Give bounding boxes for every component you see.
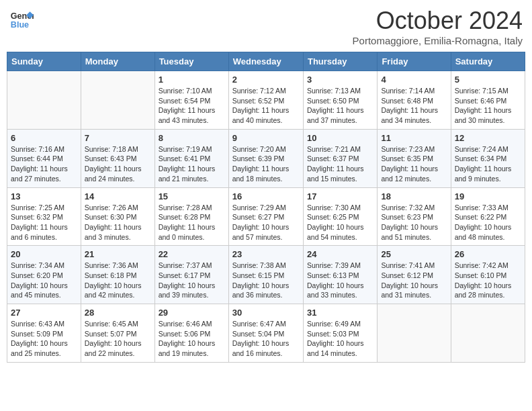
day-number: 23 (232, 249, 300, 259)
day-info: Sunrise: 7:18 AM Sunset: 6:43 PM Dayligh… (85, 144, 151, 184)
day-header-monday: Monday (81, 52, 154, 71)
title-block: October 2024 Portomaggiore, Emilia-Romag… (353, 7, 523, 46)
day-header-wednesday: Wednesday (228, 52, 303, 71)
calendar-week-row: 27Sunrise: 6:43 AM Sunset: 5:09 PM Dayli… (7, 304, 525, 363)
day-info: Sunrise: 7:10 AM Sunset: 6:54 PM Dayligh… (159, 86, 225, 126)
day-info: Sunrise: 7:33 AM Sunset: 6:22 PM Dayligh… (455, 203, 521, 242)
day-number: 8 (159, 133, 225, 143)
day-number: 24 (307, 249, 373, 259)
day-number: 21 (85, 249, 151, 259)
day-info: Sunrise: 7:37 AM Sunset: 6:17 PM Dayligh… (159, 261, 225, 300)
day-number: 26 (455, 249, 521, 259)
calendar-cell: 14Sunrise: 7:26 AM Sunset: 6:30 PM Dayli… (81, 187, 154, 246)
day-info: Sunrise: 7:14 AM Sunset: 6:48 PM Dayligh… (381, 86, 447, 126)
day-info: Sunrise: 7:32 AM Sunset: 6:23 PM Dayligh… (381, 203, 447, 242)
day-info: Sunrise: 6:43 AM Sunset: 5:09 PM Dayligh… (11, 319, 77, 359)
calendar-cell: 23Sunrise: 7:38 AM Sunset: 6:15 PM Dayli… (228, 246, 303, 304)
calendar-cell: 27Sunrise: 6:43 AM Sunset: 5:09 PM Dayli… (7, 304, 81, 363)
day-info: Sunrise: 7:21 AM Sunset: 6:37 PM Dayligh… (307, 144, 373, 184)
day-number: 6 (11, 133, 77, 143)
calendar-cell: 31Sunrise: 6:49 AM Sunset: 5:03 PM Dayli… (303, 304, 377, 363)
calendar-cell (451, 304, 525, 363)
calendar-cell: 19Sunrise: 7:33 AM Sunset: 6:22 PM Dayli… (451, 187, 525, 246)
day-info: Sunrise: 7:29 AM Sunset: 6:27 PM Dayligh… (232, 203, 300, 242)
day-number: 30 (232, 308, 300, 318)
header: General Blue October 2024 Portomaggiore,… (7, 7, 525, 46)
calendar-cell (81, 71, 154, 130)
day-info: Sunrise: 7:12 AM Sunset: 6:52 PM Dayligh… (232, 86, 300, 126)
calendar-cell: 26Sunrise: 7:42 AM Sunset: 6:10 PM Dayli… (451, 246, 525, 304)
calendar-cell: 25Sunrise: 7:41 AM Sunset: 6:12 PM Dayli… (378, 246, 451, 304)
day-info: Sunrise: 7:39 AM Sunset: 6:13 PM Dayligh… (307, 261, 373, 300)
calendar-cell: 3Sunrise: 7:13 AM Sunset: 6:50 PM Daylig… (303, 71, 377, 130)
calendar-cell: 5Sunrise: 7:15 AM Sunset: 6:46 PM Daylig… (451, 71, 525, 130)
day-number: 17 (307, 191, 373, 201)
day-header-saturday: Saturday (451, 52, 525, 71)
calendar-cell: 1Sunrise: 7:10 AM Sunset: 6:54 PM Daylig… (154, 71, 228, 130)
day-info: Sunrise: 7:38 AM Sunset: 6:15 PM Dayligh… (232, 261, 300, 300)
day-number: 11 (381, 133, 447, 143)
calendar-week-row: 6Sunrise: 7:16 AM Sunset: 6:44 PM Daylig… (7, 129, 525, 187)
day-info: Sunrise: 7:41 AM Sunset: 6:12 PM Dayligh… (381, 261, 447, 300)
day-number: 7 (85, 133, 151, 143)
calendar-cell: 29Sunrise: 6:46 AM Sunset: 5:06 PM Dayli… (154, 304, 228, 363)
calendar-cell: 8Sunrise: 7:19 AM Sunset: 6:41 PM Daylig… (154, 129, 228, 187)
calendar-week-row: 20Sunrise: 7:34 AM Sunset: 6:20 PM Dayli… (7, 246, 525, 304)
day-number: 3 (307, 75, 373, 85)
day-number: 19 (455, 191, 521, 201)
calendar-cell: 6Sunrise: 7:16 AM Sunset: 6:44 PM Daylig… (7, 129, 81, 187)
calendar-cell: 21Sunrise: 7:36 AM Sunset: 6:18 PM Dayli… (81, 246, 154, 304)
day-number: 29 (159, 308, 225, 318)
day-info: Sunrise: 7:20 AM Sunset: 6:39 PM Dayligh… (232, 144, 300, 184)
day-number: 25 (381, 249, 447, 259)
day-info: Sunrise: 7:36 AM Sunset: 6:18 PM Dayligh… (85, 261, 151, 300)
day-info: Sunrise: 7:34 AM Sunset: 6:20 PM Dayligh… (11, 261, 77, 300)
day-number: 9 (232, 133, 300, 143)
calendar-cell: 22Sunrise: 7:37 AM Sunset: 6:17 PM Dayli… (154, 246, 228, 304)
day-info: Sunrise: 7:30 AM Sunset: 6:25 PM Dayligh… (307, 203, 373, 242)
day-number: 20 (11, 249, 77, 259)
day-info: Sunrise: 7:24 AM Sunset: 6:34 PM Dayligh… (455, 144, 521, 184)
calendar-header-row: SundayMondayTuesdayWednesdayThursdayFrid… (7, 52, 525, 71)
calendar-cell: 16Sunrise: 7:29 AM Sunset: 6:27 PM Dayli… (228, 187, 303, 246)
day-number: 5 (455, 75, 521, 85)
calendar-cell: 2Sunrise: 7:12 AM Sunset: 6:52 PM Daylig… (228, 71, 303, 130)
day-info: Sunrise: 7:16 AM Sunset: 6:44 PM Dayligh… (11, 144, 77, 184)
calendar-cell: 7Sunrise: 7:18 AM Sunset: 6:43 PM Daylig… (81, 129, 154, 187)
calendar-cell: 11Sunrise: 7:23 AM Sunset: 6:35 PM Dayli… (378, 129, 451, 187)
day-info: Sunrise: 7:42 AM Sunset: 6:10 PM Dayligh… (455, 261, 521, 300)
day-info: Sunrise: 6:46 AM Sunset: 5:06 PM Dayligh… (159, 319, 225, 359)
calendar-cell (378, 304, 451, 363)
calendar-cell: 4Sunrise: 7:14 AM Sunset: 6:48 PM Daylig… (378, 71, 451, 130)
day-number: 18 (381, 191, 447, 201)
logo-icon: General Blue (9, 7, 34, 31)
day-number: 12 (455, 133, 521, 143)
location-subtitle: Portomaggiore, Emilia-Romagna, Italy (353, 35, 523, 46)
day-info: Sunrise: 6:47 AM Sunset: 5:04 PM Dayligh… (232, 319, 300, 359)
calendar-week-row: 13Sunrise: 7:25 AM Sunset: 6:32 PM Dayli… (7, 187, 525, 246)
calendar-cell: 9Sunrise: 7:20 AM Sunset: 6:39 PM Daylig… (228, 129, 303, 187)
day-number: 13 (11, 191, 77, 201)
day-number: 22 (159, 249, 225, 259)
day-number: 14 (85, 191, 151, 201)
calendar-cell: 20Sunrise: 7:34 AM Sunset: 6:20 PM Dayli… (7, 246, 81, 304)
day-info: Sunrise: 7:25 AM Sunset: 6:32 PM Dayligh… (11, 203, 77, 242)
day-info: Sunrise: 7:26 AM Sunset: 6:30 PM Dayligh… (85, 203, 151, 242)
day-header-friday: Friday (378, 52, 451, 71)
month-title: October 2024 (353, 7, 523, 35)
calendar-cell: 13Sunrise: 7:25 AM Sunset: 6:32 PM Dayli… (7, 187, 81, 246)
day-info: Sunrise: 6:45 AM Sunset: 5:07 PM Dayligh… (85, 319, 151, 359)
calendar-cell: 12Sunrise: 7:24 AM Sunset: 6:34 PM Dayli… (451, 129, 525, 187)
day-number: 15 (159, 191, 225, 201)
calendar-week-row: 1Sunrise: 7:10 AM Sunset: 6:54 PM Daylig… (7, 71, 525, 130)
day-header-thursday: Thursday (303, 52, 377, 71)
day-number: 27 (11, 308, 77, 318)
day-info: Sunrise: 6:49 AM Sunset: 5:03 PM Dayligh… (307, 319, 373, 359)
day-info: Sunrise: 7:13 AM Sunset: 6:50 PM Dayligh… (307, 86, 373, 126)
calendar-cell: 17Sunrise: 7:30 AM Sunset: 6:25 PM Dayli… (303, 187, 377, 246)
day-number: 4 (381, 75, 447, 85)
day-number: 16 (232, 191, 300, 201)
calendar-cell (7, 71, 81, 130)
calendar-cell: 28Sunrise: 6:45 AM Sunset: 5:07 PM Dayli… (81, 304, 154, 363)
day-number: 2 (232, 75, 300, 85)
